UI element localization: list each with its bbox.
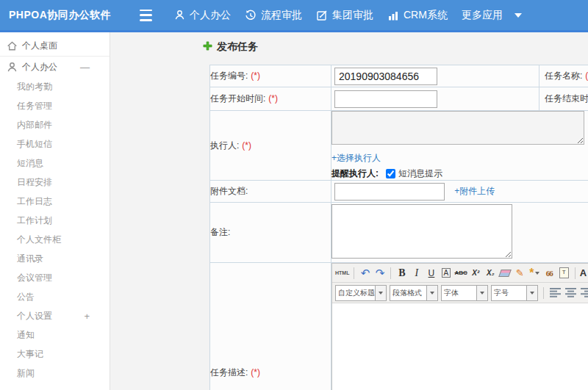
sidebar-item-11[interactable]: 通讯录 [0, 249, 110, 268]
task-form: 任务编号:(*) 任务名称:(*) 任务开始时间:(*) 任务结束时间:(*) … [209, 65, 588, 390]
sidebar-item-label: 我的考勤 [17, 81, 52, 93]
font-color-button[interactable]: A [580, 266, 588, 281]
caret-down-icon [476, 286, 487, 300]
sidebar-item-label: 新闻 [17, 367, 35, 380]
caret-down-icon [526, 286, 537, 300]
underline-icon: U [429, 268, 435, 278]
title-select[interactable]: 自定义标题 [335, 285, 387, 301]
hamburger-icon [140, 10, 152, 12]
header-menu-label: 个人办公 [190, 9, 231, 22]
sidebar-item-9[interactable]: 工作计划 [0, 211, 110, 230]
required-mark: (*) [251, 71, 260, 81]
strikethrough-button[interactable]: ABC [454, 266, 467, 281]
align-right-button[interactable] [580, 286, 588, 300]
magic-wand-button[interactable]: * [528, 266, 541, 281]
sidebar-item-5[interactable]: 手机短信 [0, 134, 110, 154]
redo-icon: ↷ [376, 267, 385, 278]
sidebar-item-10[interactable]: 个人文件柜 [0, 230, 110, 249]
sidebar-item-0[interactable]: 个人桌面 [0, 35, 110, 56]
sidebar-item-label: 通知 [17, 329, 35, 342]
sidebar-item-12[interactable]: 会议管理 [0, 268, 110, 287]
sidebar-item-7[interactable]: 日程安排 [0, 173, 110, 192]
attachment-input[interactable] [334, 183, 445, 201]
align-left-button[interactable] [549, 286, 562, 300]
subscript-icon: X₂ [487, 269, 494, 277]
select-value: 自定义标题 [336, 288, 375, 298]
editor-content-area[interactable] [332, 303, 588, 390]
executor-textarea[interactable] [331, 111, 584, 145]
app-logo: PHPOA协同办公软件 [9, 9, 140, 22]
caret-down-icon [426, 286, 437, 300]
header-menu-more-apps[interactable]: 更多应用 [462, 9, 522, 22]
sidebar-item-4[interactable]: 内部邮件 [0, 115, 110, 134]
required-mark: (*) [268, 93, 278, 104]
undo-icon: ↶ [361, 267, 370, 278]
header-menu-label: CRM系统 [404, 9, 448, 22]
italic-icon: I [415, 267, 419, 279]
sidebar-item-label: 公告 [17, 291, 35, 303]
html-source-button[interactable]: HTML [335, 266, 349, 281]
sidebar-item-6[interactable]: 短消息 [0, 154, 110, 173]
italic-button[interactable]: I [410, 266, 423, 281]
sidebar-item-2[interactable]: 我的考勤 [0, 77, 110, 96]
sidebar-item-14[interactable]: 个人设置+ [0, 306, 110, 325]
html-source-icon: HTML [335, 270, 349, 275]
executor-label: 执行人: [210, 140, 239, 151]
undo-button[interactable]: ↶ [359, 266, 371, 281]
sms-checkbox[interactable] [386, 169, 395, 178]
sidebar-list: 个人桌面个人办公—我的考勤任务管理内部邮件手机短信短消息日程安排工作日志工作计划… [0, 35, 110, 383]
required-mark: (*) [242, 140, 251, 151]
header-menu-process-approval[interactable]: 流程审批 [245, 9, 302, 22]
header-menu-personal-office[interactable]: 个人办公 [174, 9, 231, 22]
sidebar-item-8[interactable]: 工作日志 [0, 192, 110, 211]
superscript-button[interactable]: X² [470, 266, 482, 281]
font-family-select[interactable]: 字体 [441, 285, 488, 301]
align-right-icon [581, 288, 588, 297]
font-frame-button[interactable]: A [440, 266, 452, 281]
attachment-upload-link[interactable]: +附件上传 [454, 185, 495, 198]
header-menu-crm-system[interactable]: CRM系统 [387, 9, 448, 22]
sidebar-item-3[interactable]: 任务管理 [0, 96, 110, 115]
home-icon [7, 40, 18, 51]
sidebar-item-label: 会议管理 [17, 272, 52, 284]
align-center-button[interactable] [564, 286, 577, 300]
magic-wand-icon: * [529, 267, 534, 280]
end-time-label: 任务结束时间: [545, 93, 588, 104]
remark-textarea[interactable] [331, 204, 512, 259]
menu-toggle-button[interactable] [140, 10, 154, 21]
collapse-icon[interactable]: — [80, 62, 90, 73]
align-left-icon [550, 288, 561, 297]
strikethrough-icon: ABC [454, 270, 467, 276]
bold-button[interactable]: B [395, 266, 408, 281]
caret-down-icon [375, 286, 386, 300]
toolbar-separator [390, 267, 391, 279]
sidebar-item-label: 任务管理 [17, 100, 52, 112]
task-no-input[interactable] [334, 68, 437, 85]
header-menu-group-approval[interactable]: 集团审批 [316, 9, 373, 22]
paste-text-button[interactable]: T [558, 266, 570, 281]
sidebar-item-15[interactable]: 通知 [0, 325, 110, 344]
redo-button[interactable]: ↷ [373, 266, 386, 281]
font-color-icon: A [580, 267, 587, 278]
sidebar-item-label: 通讯录 [17, 253, 43, 265]
sidebar-item-17[interactable]: 新闻 [0, 364, 110, 383]
toolbar-separator [543, 287, 544, 299]
underline-button[interactable]: U [425, 266, 437, 281]
paragraph-format-select[interactable]: 段落格式 [390, 285, 438, 301]
sidebar-item-label: 个人文件柜 [17, 234, 61, 246]
header-menu-label: 更多应用 [462, 9, 503, 22]
sidebar-item-13[interactable]: 公告 [0, 287, 110, 306]
select-value: 段落格式 [390, 288, 426, 298]
blockquote-button[interactable]: 66 [543, 266, 556, 281]
sidebar-item-label: 工作计划 [17, 214, 52, 227]
start-time-input[interactable] [334, 90, 437, 108]
choose-executor-link[interactable]: +选择执行人 [331, 152, 381, 165]
sidebar-item-1[interactable]: 个人办公— [0, 57, 110, 77]
subscript-button[interactable]: X₂ [484, 266, 497, 281]
expand-icon[interactable]: + [84, 311, 90, 322]
sidebar-item-16[interactable]: 大事记 [0, 344, 110, 364]
eraser-button[interactable] [499, 266, 512, 281]
format-brush-button[interactable]: ✎ [514, 266, 526, 281]
page-title: 发布任务 [217, 40, 258, 54]
font-size-select[interactable]: 字号 [491, 285, 538, 301]
